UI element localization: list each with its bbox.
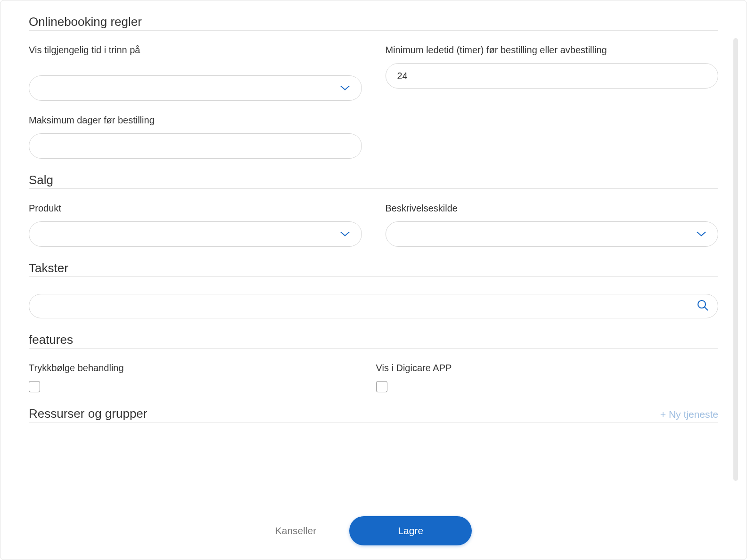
chevron-down-icon	[340, 229, 350, 240]
svg-line-1	[705, 307, 708, 310]
description-source-select[interactable]	[386, 221, 719, 247]
time-step-label: Vis tilgjengelig tid i trinn på	[29, 45, 362, 56]
max-days-col: Maksimum dager før bestilling	[29, 115, 362, 159]
lead-time-label: Minimum ledetid (timer) før bestilling e…	[386, 45, 719, 56]
digicare-checkbox[interactable]	[376, 381, 387, 392]
footer: Kanseller Lagre	[0, 516, 747, 545]
section-features-header: features	[29, 333, 718, 349]
empty-col	[386, 115, 719, 159]
max-days-label: Maksimum dager før bestilling	[29, 115, 362, 126]
section-resources-header: Ressurser og grupper + Ny tjeneste	[29, 406, 718, 422]
onlinebooking-row-2: Maksimum dager før bestilling	[29, 115, 718, 159]
product-select[interactable]	[29, 221, 362, 247]
onlinebooking-row-1: Vis tilgjengelig tid i trinn på Minimum …	[29, 45, 718, 101]
settings-modal: Onlinebooking regler Vis tilgjengelig ti…	[0, 0, 747, 560]
product-col: Produkt	[29, 203, 362, 247]
time-step-select[interactable]	[29, 75, 362, 101]
section-title: Ressurser og grupper	[29, 406, 147, 421]
features-row: Trykkbølge behandling Vis i Digicare APP	[29, 363, 718, 392]
takster-search-input[interactable]	[29, 294, 718, 318]
product-label: Produkt	[29, 203, 362, 214]
section-title: Salg	[29, 173, 53, 187]
svg-point-0	[698, 300, 706, 308]
time-step-col: Vis tilgjengelig tid i trinn på	[29, 45, 362, 101]
shockwave-label: Trykkbølge behandling	[29, 363, 362, 373]
section-title: features	[29, 333, 73, 347]
section-title: Onlinebooking regler	[29, 15, 142, 29]
digicare-label: Vis i Digicare APP	[376, 363, 719, 373]
section-onlinebooking-header: Onlinebooking regler	[29, 15, 718, 31]
lead-time-input[interactable]	[386, 63, 719, 89]
section-takster-header: Takster	[29, 261, 718, 277]
chevron-down-icon	[696, 229, 706, 240]
shockwave-col: Trykkbølge behandling	[29, 363, 362, 392]
scrollbar[interactable]	[733, 38, 738, 481]
chevron-down-icon	[340, 83, 350, 94]
description-source-label: Beskrivelseskilde	[386, 203, 719, 214]
section-title: Takster	[29, 261, 68, 276]
salg-row: Produkt Beskrivelseskilde	[29, 203, 718, 247]
digicare-col: Vis i Digicare APP	[386, 363, 719, 392]
max-days-input[interactable]	[29, 133, 362, 159]
save-button[interactable]: Lagre	[349, 516, 472, 545]
section-salg-header: Salg	[29, 173, 718, 189]
shockwave-checkbox[interactable]	[29, 381, 40, 392]
takster-search-wrap	[29, 294, 718, 318]
search-icon[interactable]	[697, 299, 709, 313]
new-service-link[interactable]: + Ny tjeneste	[660, 409, 718, 420]
description-source-col: Beskrivelseskilde	[386, 203, 719, 247]
lead-time-col: Minimum ledetid (timer) før bestilling e…	[386, 45, 719, 101]
cancel-button[interactable]: Kanseller	[275, 525, 317, 536]
